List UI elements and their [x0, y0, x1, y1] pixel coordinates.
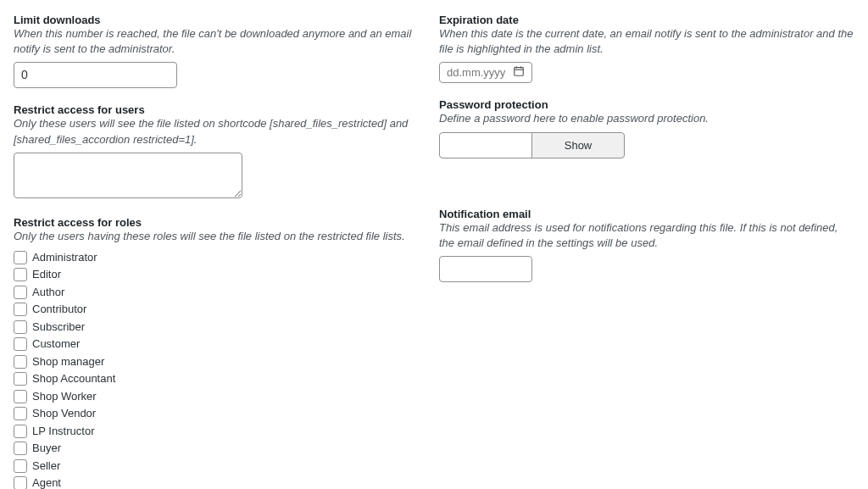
restrict-roles-description: Only the users having these roles will s…: [14, 229, 429, 244]
list-item: LP Instructor: [14, 423, 429, 440]
role-checkbox[interactable]: [14, 337, 27, 351]
list-item: Seller: [14, 458, 429, 475]
restrict-users-input[interactable]: [14, 153, 242, 198]
role-label[interactable]: LP Instructor: [32, 423, 94, 440]
list-item: Author: [14, 284, 429, 301]
show-password-button[interactable]: Show: [531, 132, 625, 158]
role-checkbox[interactable]: [14, 442, 27, 455]
notification-email-input[interactable]: [439, 256, 532, 282]
password-protection-label: Password protection: [439, 98, 854, 111]
role-label[interactable]: Shop Worker: [32, 388, 97, 405]
list-item: Shop Vendor: [14, 405, 429, 422]
restrict-roles-label: Restrict access for roles: [14, 216, 429, 229]
role-label[interactable]: Author: [32, 284, 64, 301]
calendar-icon: [513, 65, 525, 80]
role-checkbox[interactable]: [14, 355, 27, 369]
svg-rect-0: [515, 68, 524, 76]
list-item: Buyer: [14, 440, 429, 457]
role-checkbox[interactable]: [14, 320, 27, 334]
role-label[interactable]: Customer: [32, 336, 80, 353]
role-label[interactable]: Shop Vendor: [32, 405, 96, 422]
role-label[interactable]: Editor: [32, 266, 61, 283]
list-item: Customer: [14, 336, 429, 353]
list-item: Shop manager: [14, 353, 429, 370]
role-label[interactable]: Subscriber: [32, 319, 85, 336]
role-checkbox[interactable]: [14, 268, 27, 281]
role-label[interactable]: Contributor: [32, 301, 86, 318]
notification-email-label: Notification email: [439, 208, 854, 220]
role-checkbox[interactable]: [14, 303, 27, 316]
limit-downloads-description: When this number is reached, the file ca…: [14, 26, 429, 57]
list-item: Shop Accountant: [14, 370, 429, 387]
right-column: Expiration date When this date is the cu…: [439, 14, 854, 489]
role-checkbox[interactable]: [14, 476, 27, 489]
password-input[interactable]: [439, 132, 532, 158]
list-item: Subscriber: [14, 319, 429, 336]
list-item: Administrator: [14, 249, 429, 266]
roles-list: AdministratorEditorAuthorContributorSubs…: [14, 249, 429, 489]
expiration-date-input[interactable]: dd.mm.yyyy: [439, 62, 532, 83]
role-checkbox[interactable]: [14, 425, 27, 438]
restrict-users-label: Restrict access for users: [14, 103, 429, 116]
role-label[interactable]: Shop manager: [32, 353, 104, 370]
expiration-date-label: Expiration date: [439, 14, 854, 26]
expiration-date-description: When this date is the current date, an e…: [439, 26, 854, 57]
limit-downloads-group: Limit downloads When this number is reac…: [14, 14, 429, 88]
role-label[interactable]: Seller: [32, 458, 60, 475]
limit-downloads-input[interactable]: [14, 62, 177, 88]
role-checkbox[interactable]: [14, 286, 27, 299]
list-item: Editor: [14, 266, 429, 283]
role-checkbox[interactable]: [14, 390, 27, 403]
role-checkbox[interactable]: [14, 251, 27, 264]
restrict-users-description: Only these users will see the file liste…: [14, 116, 429, 147]
restrict-users-group: Restrict access for users Only these use…: [14, 103, 429, 200]
limit-downloads-label: Limit downloads: [14, 14, 429, 26]
role-checkbox[interactable]: [14, 407, 27, 420]
role-label[interactable]: Buyer: [32, 440, 61, 457]
expiration-date-placeholder: dd.mm.yyyy: [447, 66, 505, 79]
password-protection-description: Define a password here to enable passwor…: [439, 111, 854, 126]
list-item: Shop Worker: [14, 388, 429, 405]
password-protection-group: Password protection Define a password he…: [439, 98, 854, 158]
left-column: Limit downloads When this number is reac…: [14, 14, 429, 489]
role-checkbox[interactable]: [14, 459, 27, 473]
role-label[interactable]: Administrator: [32, 249, 97, 266]
role-label[interactable]: Agent: [32, 475, 61, 489]
restrict-roles-group: Restrict access for roles Only the users…: [14, 216, 429, 489]
list-item: Agent: [14, 475, 429, 489]
role-label[interactable]: Shop Accountant: [32, 370, 115, 387]
list-item: Contributor: [14, 301, 429, 318]
notification-email-group: Notification email This email address is…: [439, 208, 854, 282]
role-checkbox[interactable]: [14, 372, 27, 386]
expiration-date-group: Expiration date When this date is the cu…: [439, 14, 854, 83]
notification-email-description: This email address is used for notificat…: [439, 220, 854, 251]
